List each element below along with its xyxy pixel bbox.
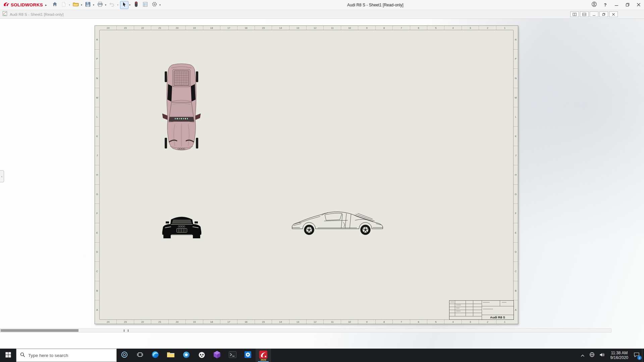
zone-ruler-bottom: 242322212019181716151413121110987654321 bbox=[100, 319, 513, 324]
drawing-view-side[interactable] bbox=[290, 209, 385, 240]
zone-label: 4 bbox=[444, 320, 462, 324]
zone-label: A bbox=[514, 300, 518, 319]
show-desktop-button[interactable] bbox=[642, 349, 644, 362]
solidworks-logo[interactable]: SOLIDWORKS bbox=[0, 2, 44, 8]
browser-icon bbox=[182, 351, 190, 360]
action-center-button[interactable]: 2 bbox=[631, 349, 642, 362]
account-icon bbox=[591, 1, 597, 8]
home-button[interactable] bbox=[51, 1, 59, 9]
new-document-button[interactable] bbox=[60, 1, 68, 9]
taskbar-clock[interactable]: 11:38 AM 9/16/2020 bbox=[607, 349, 631, 362]
taskbar-icon-media-app[interactable] bbox=[194, 349, 209, 362]
select-tool-button[interactable] bbox=[120, 1, 128, 9]
zone-label: J bbox=[514, 146, 518, 166]
open-button[interactable] bbox=[72, 1, 80, 9]
zone-label: 11 bbox=[324, 320, 341, 324]
zone-label: R bbox=[95, 30, 99, 50]
home-group bbox=[51, 1, 59, 9]
tile-vertical-button[interactable] bbox=[570, 11, 579, 17]
windows-logo-icon bbox=[5, 352, 11, 359]
options-button[interactable] bbox=[150, 1, 159, 9]
doc-restore-button[interactable] bbox=[599, 11, 608, 17]
close-button[interactable] bbox=[633, 0, 644, 10]
start-button[interactable] bbox=[0, 349, 16, 362]
zone-label: 23 bbox=[117, 320, 134, 324]
feature-panel-collapse-tab[interactable]: ‹ bbox=[0, 170, 4, 182]
restore-icon bbox=[626, 2, 630, 8]
windows-taskbar: 2020 11:38 AM 9/16/2020 2 bbox=[0, 349, 644, 362]
taskbar-icon-file-explorer[interactable] bbox=[163, 349, 178, 362]
taskbar-icon-browser[interactable] bbox=[178, 349, 194, 362]
help-button[interactable]: ? bbox=[600, 0, 611, 10]
volume-button[interactable] bbox=[597, 349, 607, 362]
titlebar-right: ? bbox=[589, 0, 644, 10]
task-view-button[interactable] bbox=[132, 349, 148, 362]
taskbar-search[interactable] bbox=[16, 349, 117, 362]
account-button[interactable] bbox=[589, 0, 600, 10]
zone-label: 11 bbox=[324, 26, 341, 30]
title-block-text-smudge bbox=[456, 308, 460, 308]
tile-horizontal-button[interactable] bbox=[580, 11, 589, 17]
taskbar-icon-terminal[interactable] bbox=[225, 349, 240, 362]
zone-label: 1 bbox=[496, 320, 513, 324]
terminal-icon bbox=[229, 351, 236, 359]
scrollbar-splitter-mark[interactable] bbox=[128, 329, 128, 332]
drawing-view-front[interactable] bbox=[161, 212, 203, 240]
zone-label: D bbox=[514, 243, 518, 262]
zone-label: 4 bbox=[444, 26, 462, 30]
taskbar-icon-3d-viewer[interactable] bbox=[209, 349, 225, 362]
minimize-button[interactable] bbox=[611, 0, 622, 10]
horizontal-scrollbar-thumb[interactable] bbox=[1, 329, 78, 332]
search-input[interactable] bbox=[28, 353, 113, 358]
print-dropdown-icon[interactable]: ▾ bbox=[104, 4, 107, 6]
select-dropdown-icon[interactable]: ▾ bbox=[128, 4, 131, 6]
restore-button[interactable] bbox=[622, 0, 633, 10]
network-button[interactable] bbox=[587, 349, 597, 362]
title-block-line bbox=[455, 301, 455, 316]
drawing-sheet[interactable]: 242322212019181716151413121110987654321 … bbox=[95, 25, 518, 324]
print-icon bbox=[97, 2, 103, 8]
toolbar-expand-icon[interactable]: ▸ bbox=[45, 3, 47, 7]
zone-label: 20 bbox=[169, 320, 186, 324]
zone-label: 20 bbox=[169, 26, 186, 30]
snapshot-button[interactable] bbox=[132, 1, 141, 9]
select-group: ▾ bbox=[120, 1, 131, 9]
save-dropdown-icon[interactable]: ▾ bbox=[92, 4, 95, 6]
open-dropdown-icon[interactable]: ▾ bbox=[80, 4, 83, 6]
close-icon bbox=[637, 2, 641, 8]
sheet-format-button[interactable] bbox=[141, 1, 150, 9]
taskbar-icon-photos[interactable] bbox=[240, 349, 256, 362]
chevron-up-icon bbox=[581, 352, 585, 358]
horizontal-scrollbar[interactable] bbox=[0, 328, 611, 333]
print-button[interactable] bbox=[96, 1, 104, 9]
undo-group: ▾ bbox=[108, 1, 119, 9]
print-group: ▾ bbox=[96, 1, 107, 9]
new-document-dropdown-icon[interactable]: ▾ bbox=[68, 4, 71, 6]
save-icon bbox=[85, 2, 91, 8]
title-block[interactable]: Audi R8 S bbox=[449, 300, 514, 320]
new-document-icon bbox=[61, 2, 66, 8]
undo-dropdown-icon[interactable]: ▾ bbox=[116, 4, 119, 6]
options-dropdown-icon[interactable]: ▾ bbox=[159, 4, 162, 6]
cortana-button[interactable] bbox=[117, 349, 132, 362]
zone-label: D bbox=[95, 243, 99, 262]
clock-time: 11:38 AM bbox=[610, 351, 628, 355]
undo-button[interactable] bbox=[108, 1, 116, 9]
zone-label: 24 bbox=[100, 320, 117, 324]
zone-label: M bbox=[514, 88, 518, 108]
doc-close-button[interactable] bbox=[609, 11, 618, 17]
solidworks-logo-text: SOLIDWORKS bbox=[11, 2, 43, 7]
tray-expand-button[interactable] bbox=[578, 349, 587, 362]
taskbar-icon-edge[interactable] bbox=[148, 349, 163, 362]
app-titlebar: SOLIDWORKS ▸ ▾ ▾ ▾ bbox=[0, 0, 644, 10]
zone-ruler-left: RPNMLKJHGFEDCBA bbox=[95, 30, 100, 319]
zone-label: 5 bbox=[427, 320, 444, 324]
drawing-view-top[interactable] bbox=[161, 63, 202, 153]
scrollbar-splitter-mark[interactable] bbox=[124, 329, 124, 332]
sheet-format-icon bbox=[143, 2, 148, 8]
drawing-client-area[interactable]: ‹ 24232221201918171615141312111098765432… bbox=[0, 19, 644, 349]
doc-minimize-button[interactable] bbox=[590, 11, 598, 17]
save-button[interactable] bbox=[84, 1, 92, 9]
taskbar-icon-solidworks[interactable]: 2020 bbox=[256, 349, 271, 362]
title-block-line bbox=[473, 301, 473, 316]
